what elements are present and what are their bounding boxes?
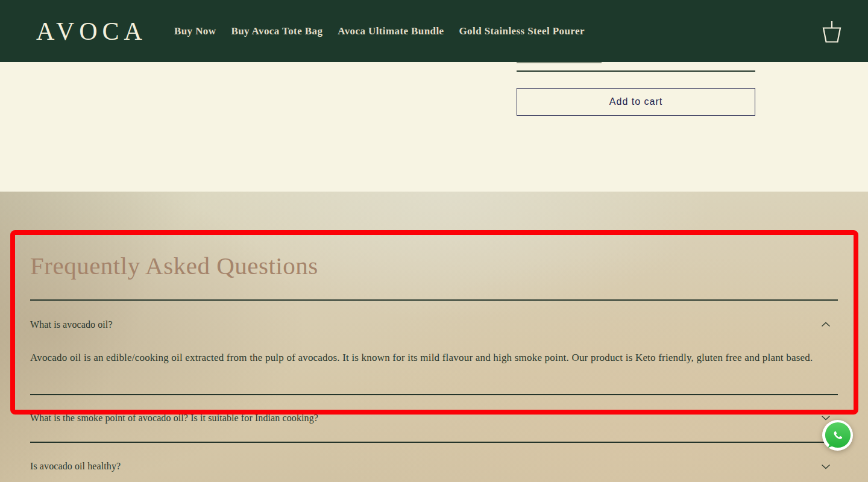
whatsapp-icon (822, 419, 854, 451)
faq-answer: Avocado oil is an edible/cooking oil ext… (30, 349, 837, 366)
faq-item-what-is-avocado-oil[interactable]: What is avocado oil? (30, 318, 838, 332)
nav-item-steel-pourer[interactable]: Gold Stainless Steel Pourer (459, 25, 584, 37)
faq-question: Is avocado oil healthy? (30, 459, 838, 474)
faq-divider (30, 442, 838, 443)
logo-avoca[interactable]: AVOCA (36, 19, 147, 44)
chevron-down-icon (821, 464, 831, 469)
faq-title: Frequently Asked Questions (30, 252, 318, 280)
nav-item-tote-bag[interactable]: Buy Avoca Tote Bag (231, 25, 322, 37)
faq-question: What is avocado oil? (30, 318, 838, 332)
cart-button[interactable] (819, 18, 845, 45)
page: AVOCA Buy Now Buy Avoca Tote Bag Avoca U… (0, 0, 868, 482)
basket-cart-icon (819, 18, 845, 45)
faq-item-smoke-point[interactable]: What is the smoke point of avocado oil? … (30, 411, 838, 425)
nav-item-buy-now[interactable]: Buy Now (174, 25, 216, 37)
chevron-up-icon (821, 322, 831, 327)
faq-item-is-avocado-oil-healthy[interactable]: Is avocado oil healthy? (30, 459, 838, 474)
nav-item-ultimate-bundle[interactable]: Avoca Ultimate Bundle (338, 25, 444, 37)
faq-section: Frequently Asked Questions What is avoca… (0, 192, 868, 482)
quantity-selector-remnant (517, 62, 602, 63)
faq-divider (30, 394, 838, 395)
main-nav: Buy Now Buy Avoca Tote Bag Avoca Ultimat… (174, 0, 585, 62)
product-form-divider (517, 70, 755, 72)
site-header: AVOCA Buy Now Buy Avoca Tote Bag Avoca U… (0, 0, 868, 62)
faq-question: What is the smoke point of avocado oil? … (30, 411, 838, 425)
faq-divider (30, 299, 838, 301)
add-to-cart-button[interactable]: Add to cart (517, 88, 755, 116)
whatsapp-button[interactable] (822, 419, 854, 451)
